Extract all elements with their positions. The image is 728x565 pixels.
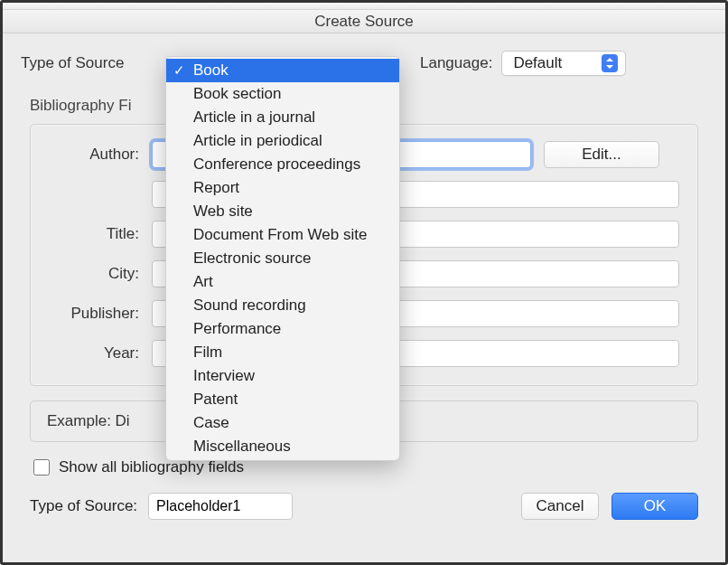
dropdown-item-label: Art (193, 273, 213, 291)
dropdown-item[interactable]: Document From Web site (166, 223, 399, 247)
dropdown-item-label: Report (193, 179, 239, 197)
dropdown-item-label: Film (193, 344, 222, 362)
dropdown-item-label: Document From Web site (193, 226, 367, 244)
dropdown-item[interactable]: Miscellaneous (166, 435, 399, 458)
ok-button[interactable]: OK (611, 493, 698, 520)
dropdown-item[interactable]: Patent (166, 388, 399, 411)
show-all-fields-checkbox[interactable] (33, 459, 50, 476)
dropdown-item-label: Electronic source (193, 250, 311, 268)
language-label: Language: (420, 54, 492, 72)
dropdown-item[interactable]: Web site (166, 200, 399, 223)
show-all-fields-label: Show all bibliography fields (59, 458, 244, 476)
dropdown-item[interactable]: Case (166, 411, 399, 435)
menubar-stub (3, 3, 725, 10)
dropdown-item[interactable]: Article in a journal (166, 106, 399, 129)
dropdown-item-label: Book section (193, 85, 281, 103)
edit-author-button[interactable]: Edit... (544, 141, 659, 168)
dropdown-item[interactable]: Interview (166, 364, 399, 388)
type-of-source-label: Type of Source (21, 54, 158, 72)
dropdown-item-label: Interview (193, 367, 255, 385)
popup-caret-icon (602, 54, 618, 72)
dropdown-item[interactable]: Sound recording (166, 294, 399, 317)
dropdown-item-label: Case (193, 414, 229, 432)
window-title: Create Source (3, 10, 725, 33)
dropdown-item-label: Sound recording (193, 297, 306, 315)
language-popup[interactable]: Default (501, 51, 626, 76)
dropdown-item[interactable]: Performance (166, 317, 399, 341)
dropdown-item[interactable]: Electronic source (166, 247, 399, 270)
author-label: Author: (49, 146, 139, 164)
city-label: City: (49, 265, 139, 283)
dropdown-item[interactable]: Report (166, 176, 399, 200)
type-of-source-dropdown[interactable]: ✓BookBook sectionArticle in a journalArt… (165, 56, 400, 461)
year-label: Year: (49, 344, 139, 363)
publisher-label: Publisher: (49, 305, 139, 323)
dropdown-item[interactable]: Book section (166, 82, 399, 106)
dropdown-item-label: Patent (193, 391, 238, 409)
dropdown-item[interactable]: Art (166, 270, 399, 294)
dropdown-item[interactable]: Article in periodical (166, 129, 399, 153)
dropdown-item-label: Conference proceedings (193, 155, 360, 174)
dropdown-item-label: Article in periodical (193, 132, 322, 150)
type-of-source-input[interactable] (148, 493, 293, 520)
dropdown-item[interactable]: Film (166, 341, 399, 364)
dropdown-item-label: Article in a journal (193, 108, 315, 127)
dropdown-item[interactable]: Conference proceedings (166, 153, 399, 176)
language-value: Default (513, 54, 594, 72)
dropdown-item[interactable]: ✓Book (166, 59, 399, 82)
type-of-source-bottom-label: Type of Source: (30, 497, 137, 515)
cancel-button[interactable]: Cancel (521, 493, 599, 520)
title-label: Title: (49, 225, 139, 243)
dropdown-item-label: Performance (193, 320, 281, 338)
dropdown-item-label: Web site (193, 202, 253, 221)
dropdown-item-label: Miscellaneous (193, 438, 291, 456)
check-icon: ✓ (173, 62, 185, 79)
dropdown-item-label: Book (193, 61, 229, 80)
